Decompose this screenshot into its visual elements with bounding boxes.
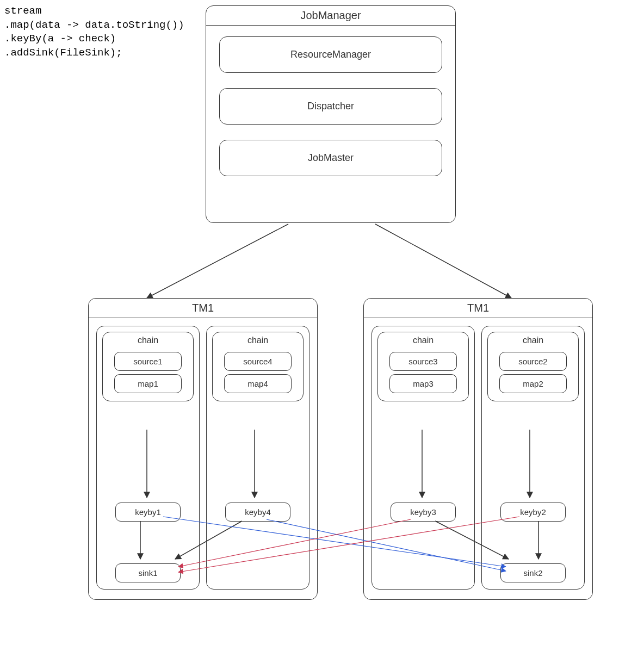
- keyby-box: keyby1: [115, 503, 181, 522]
- sink-box: sink1: [115, 563, 181, 582]
- code-line: .map(data -> data.toString()): [4, 19, 184, 31]
- map-box: map3: [389, 374, 456, 393]
- code-line: .keyBy(a -> check): [4, 33, 116, 45]
- chain-box: chain source3 map3: [377, 332, 469, 401]
- chain-box: chain source1 map1: [102, 332, 194, 401]
- tm-right-slot-2: chain source2 map2 keyby2 sink2: [481, 326, 585, 590]
- jobmanager-title: JobManager: [206, 6, 455, 26]
- tm-right-title: TM1: [364, 299, 592, 318]
- tm-left-title: TM1: [89, 299, 317, 318]
- map-box: map2: [499, 374, 566, 393]
- tm-left-slot-2: chain source4 map4 keyby4: [206, 326, 309, 590]
- tm-right-slot-1: chain source3 map3 keyby3: [371, 326, 475, 590]
- chain-label: chain: [216, 334, 300, 349]
- keyby-box: keyby2: [500, 503, 566, 522]
- tm-left-slot-1: chain source1 map1 keyby1 sink1: [96, 326, 200, 590]
- svg-line-0: [147, 224, 288, 298]
- chain-box: chain source4 map4: [212, 332, 304, 401]
- chain-box: chain source2 map2: [487, 332, 579, 401]
- jobmanager-box: JobManager ResourceManager Dispatcher Jo…: [206, 5, 456, 223]
- chain-label: chain: [381, 334, 465, 349]
- resource-manager-box: ResourceManager: [219, 36, 442, 73]
- code-line: stream: [4, 5, 41, 17]
- code-snippet: stream .map(data -> data.toString()) .ke…: [4, 4, 184, 60]
- source-box: source2: [499, 352, 566, 371]
- source-box: source4: [224, 352, 291, 371]
- svg-line-1: [375, 224, 511, 298]
- source-box: source3: [389, 352, 456, 371]
- chain-label: chain: [106, 334, 190, 349]
- dispatcher-box: Dispatcher: [219, 88, 442, 125]
- source-box: source1: [114, 352, 181, 371]
- chain-label: chain: [491, 334, 575, 349]
- keyby-box: keyby3: [391, 503, 456, 522]
- map-box: map4: [224, 374, 291, 393]
- sink-box: sink2: [500, 563, 566, 582]
- keyby-box: keyby4: [225, 503, 290, 522]
- tm-right-box: TM1 chain source3 map3 keyby3 chain sour…: [363, 298, 593, 600]
- code-line: .addSink(FileSink);: [4, 47, 122, 59]
- tm-left-box: TM1 chain source1 map1 keyby1 sink1 chai…: [88, 298, 318, 600]
- jobmaster-box: JobMaster: [219, 140, 442, 176]
- map-box: map1: [114, 374, 181, 393]
